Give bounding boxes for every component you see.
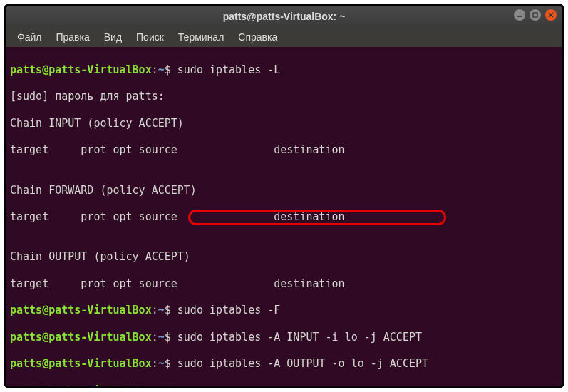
minimize-button[interactable] [514, 9, 525, 21]
svg-rect-1 [533, 13, 537, 17]
window-title: patts@patts-VirtualBox: ~ [223, 11, 346, 22]
titlebar: patts@patts-VirtualBox: ~ [6, 6, 562, 27]
terminal-line: patts@patts-VirtualBox:~$ sudo iptables … [10, 357, 558, 371]
prompt-dollar: $ [165, 331, 171, 344]
menu-help[interactable]: Справка [232, 29, 283, 46]
terminal-window: patts@patts-VirtualBox: ~ Файл Правка Ви… [4, 4, 564, 388]
prompt-dollar: $ [165, 304, 171, 316]
prompt-colon: : [152, 357, 158, 370]
terminal-body[interactable]: patts@patts-VirtualBox:~$ sudo iptables … [6, 47, 562, 386]
prompt-path: ~ [158, 384, 165, 388]
prompt-path: ~ [158, 357, 165, 370]
prompt-path: ~ [158, 331, 165, 344]
menubar: Файл Правка Вид Поиск Терминал Справка [6, 27, 562, 47]
terminal-line: target prot opt source destination [10, 277, 558, 291]
terminal-line: [sudo] пароль для patts: [10, 90, 558, 103]
prompt-user: patts@patts-VirtualBox [10, 304, 152, 316]
maximize-button[interactable] [530, 9, 541, 21]
terminal-line: Chain FORWARD (policy ACCEPT) [10, 184, 558, 197]
terminal-line: Chain INPUT (policy ACCEPT) [10, 117, 558, 130]
terminal-line: target prot opt source destination [10, 210, 558, 224]
prompt-colon: : [152, 63, 158, 76]
prompt-user: patts@patts-VirtualBox [10, 357, 152, 370]
terminal-line: Chain OUTPUT (policy ACCEPT) [10, 250, 558, 264]
prompt-colon: : [152, 384, 158, 388]
prompt-path: ~ [158, 304, 165, 316]
prompt-user: patts@patts-VirtualBox [10, 331, 152, 344]
command-text: sudo iptables -A INPUT -i lo -j ACCEPT [171, 331, 422, 344]
command-text: sudo iptables -F [171, 304, 281, 316]
window-controls [514, 9, 557, 21]
prompt-dollar: $ [165, 357, 171, 370]
command-text: sudo iptables -L [171, 63, 281, 76]
terminal-line: patts@patts-VirtualBox:~$ sudo iptables … [10, 63, 558, 77]
prompt-user: patts@patts-VirtualBox [10, 63, 152, 76]
terminal-line: patts@patts-VirtualBox:~$ sudo iptables … [10, 331, 558, 344]
prompt-dollar: $ [165, 63, 171, 76]
terminal-line: patts@patts-VirtualBox:~$ sudo iptables … [10, 304, 558, 317]
menu-view[interactable]: Вид [98, 29, 128, 46]
menu-file[interactable]: Файл [11, 29, 47, 46]
menu-terminal[interactable]: Терминал [172, 29, 229, 46]
close-button[interactable] [545, 9, 557, 21]
terminal-line: patts@patts-VirtualBox:~$ [10, 384, 558, 388]
prompt-user: patts@patts-VirtualBox [10, 384, 152, 388]
command-text [171, 384, 177, 388]
prompt-path: ~ [158, 63, 165, 76]
prompt-colon: : [152, 331, 158, 344]
terminal-line: target prot opt source destination [10, 143, 558, 157]
menu-search[interactable]: Поиск [130, 29, 170, 46]
prompt-colon: : [152, 304, 158, 316]
command-text: sudo iptables -A OUTPUT -o lo -j ACCEPT [171, 357, 428, 370]
prompt-dollar: $ [165, 384, 171, 388]
menu-edit[interactable]: Правка [50, 29, 95, 46]
